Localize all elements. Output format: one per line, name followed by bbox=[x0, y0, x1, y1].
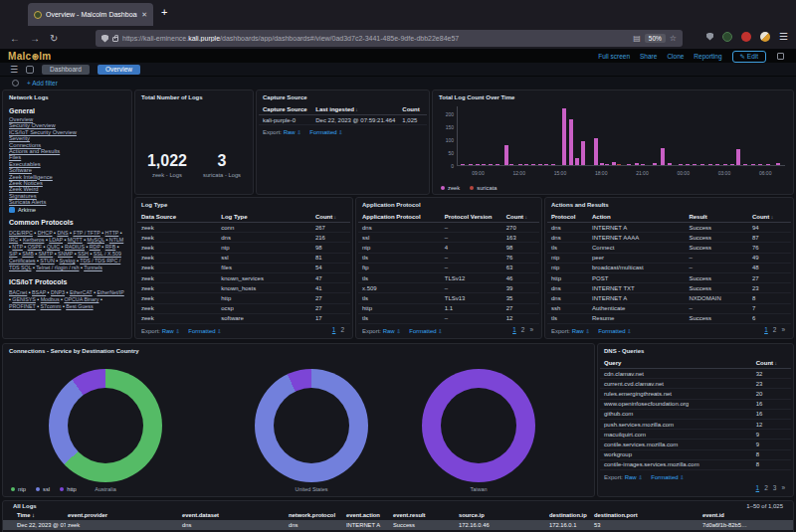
zeek-bar[interactable] bbox=[504, 145, 508, 165]
protocol-link[interactable]: OSPF bbox=[28, 244, 42, 250]
zeek-bar[interactable] bbox=[700, 164, 704, 165]
zeek-bar[interactable] bbox=[679, 164, 683, 165]
bookmark-star-icon[interactable]: ☆ bbox=[670, 34, 677, 43]
column-header[interactable]: Last ingested ↓ bbox=[311, 104, 398, 115]
all-logs-column-header[interactable]: source.ip bbox=[457, 510, 547, 520]
page-button[interactable]: 1 bbox=[764, 326, 768, 333]
suricata-bar[interactable] bbox=[617, 164, 621, 165]
next-page-button[interactable]: » bbox=[781, 326, 785, 333]
zeek-bar[interactable] bbox=[496, 164, 499, 165]
new-tab-button[interactable]: + bbox=[161, 6, 167, 18]
protocol-link[interactable]: RADIUS bbox=[65, 244, 85, 250]
column-header[interactable]: Count ↓ bbox=[502, 212, 539, 223]
column-header[interactable]: Count bbox=[398, 104, 427, 115]
export-formatted-link[interactable]: Formatted ⇩ bbox=[598, 328, 631, 334]
export-formatted-link[interactable]: Formatted ⇩ bbox=[409, 328, 442, 334]
zeek-bar[interactable] bbox=[653, 163, 657, 165]
page-button[interactable]: 2 bbox=[764, 484, 768, 491]
all-logs-column-header[interactable]: event.dataset bbox=[180, 510, 287, 520]
column-header[interactable]: Protocol bbox=[547, 212, 588, 223]
panel-toggle-icon[interactable] bbox=[777, 53, 784, 60]
zeek-bar[interactable] bbox=[524, 164, 528, 165]
protocol-link[interactable]: DCE/RPC bbox=[9, 230, 33, 236]
protocol-link[interactable]: Telnet / rlogin / rsh bbox=[36, 265, 79, 270]
protocol-link[interactable]: LDAP bbox=[49, 237, 63, 243]
protocol-link[interactable]: Tunnels bbox=[84, 265, 102, 270]
protocol-link[interactable]: SNMP bbox=[58, 251, 73, 257]
zeek-bar[interactable] bbox=[575, 158, 579, 165]
time-chart-plot[interactable] bbox=[457, 106, 785, 166]
browser-tab[interactable]: Overview - Malcolm Dashboard ✕ bbox=[28, 3, 153, 26]
protocol-link[interactable]: DNP3 bbox=[51, 289, 65, 295]
page-button[interactable]: 2 bbox=[340, 326, 344, 333]
protocol-link[interactable]: MQTT bbox=[68, 237, 83, 243]
donut-united-states[interactable] bbox=[255, 369, 368, 482]
all-logs-column-header[interactable]: event.provider bbox=[66, 510, 180, 520]
zeek-bar[interactable] bbox=[605, 164, 609, 165]
export-formatted-link[interactable]: Formatted ⇩ bbox=[651, 474, 684, 480]
reload-icon[interactable]: ↻ bbox=[50, 33, 58, 44]
column-header[interactable]: Application Protocol bbox=[358, 212, 441, 223]
zeek-bar[interactable] bbox=[736, 149, 740, 165]
zeek-bar[interactable] bbox=[686, 164, 690, 165]
all-logs-column-header[interactable]: network.protocol bbox=[287, 510, 344, 520]
zeek-bar[interactable] bbox=[708, 164, 712, 165]
column-header[interactable]: Log Type bbox=[217, 212, 311, 223]
zeek-bar[interactable] bbox=[518, 164, 522, 165]
zeek-bar[interactable] bbox=[469, 164, 473, 165]
protocol-link[interactable]: EtherNet/IP bbox=[97, 289, 123, 295]
zeek-bar[interactable] bbox=[693, 164, 696, 165]
protocol-link[interactable]: SMTP bbox=[39, 251, 54, 257]
zeek-bar[interactable] bbox=[581, 141, 585, 165]
protocol-link[interactable]: DNS bbox=[57, 230, 68, 236]
all-logs-column-header[interactable]: destination.ip bbox=[547, 510, 592, 520]
zeek-bar[interactable] bbox=[715, 164, 719, 165]
protocol-link[interactable]: OPCUA Binary bbox=[64, 296, 99, 302]
all-logs-column-header[interactable]: Time ↓ bbox=[15, 510, 66, 520]
forward-icon[interactable]: → bbox=[30, 33, 40, 44]
column-header[interactable]: Data Source bbox=[137, 212, 217, 223]
legend-item-http[interactable]: http bbox=[60, 486, 77, 492]
protocol-link[interactable]: MySQL bbox=[88, 237, 104, 243]
breadcrumb-overview[interactable]: Overview bbox=[98, 65, 140, 75]
zeek-bar[interactable] bbox=[509, 164, 513, 165]
https-lock-icon[interactable] bbox=[112, 37, 118, 42]
protocol-link[interactable]: RFB bbox=[105, 244, 116, 250]
back-icon[interactable]: ← bbox=[10, 33, 20, 44]
zeek-bar[interactable] bbox=[758, 164, 762, 165]
protocol-link[interactable]: QUIC bbox=[47, 244, 60, 250]
filter-options-icon[interactable] bbox=[12, 80, 19, 87]
nav-menu-icon[interactable]: ☰ bbox=[10, 65, 18, 75]
next-page-button[interactable]: » bbox=[781, 484, 785, 491]
column-header[interactable]: Query bbox=[600, 358, 752, 369]
protocol-link[interactable]: BACnet bbox=[9, 289, 27, 295]
extension-green-icon[interactable] bbox=[722, 32, 732, 42]
zeek-bar[interactable] bbox=[569, 119, 573, 165]
zeek-bar[interactable] bbox=[751, 164, 755, 165]
edit-button[interactable]: ✎ Edit bbox=[732, 51, 766, 63]
page-button[interactable]: 2 bbox=[773, 326, 777, 333]
protocol-link[interactable]: NTP bbox=[12, 244, 23, 250]
zeek-bar[interactable] bbox=[627, 164, 631, 165]
zeek-bar[interactable] bbox=[635, 163, 639, 165]
zeek-bar[interactable] bbox=[776, 163, 780, 165]
protocol-link[interactable]: DHCP bbox=[38, 230, 53, 236]
protocol-link[interactable]: PROFINET bbox=[9, 303, 36, 309]
zeek-bar[interactable] bbox=[668, 163, 672, 165]
zoom-level-badge[interactable]: 50% bbox=[645, 34, 666, 43]
donut-australia[interactable] bbox=[49, 369, 162, 482]
clone-link[interactable]: Clone bbox=[667, 53, 684, 60]
protocol-link[interactable]: RDP bbox=[90, 244, 100, 250]
protocol-link[interactable]: FTP / TFTP bbox=[73, 230, 100, 236]
column-header[interactable]: Action bbox=[588, 212, 685, 223]
export-raw-link[interactable]: Raw ⇩ bbox=[572, 328, 590, 334]
column-header[interactable]: Count ↓ bbox=[752, 358, 791, 369]
donut-taiwan[interactable] bbox=[422, 369, 535, 482]
address-bar[interactable]: https://kali-eminence.kali.purple/dashbo… bbox=[96, 30, 683, 47]
all-logs-data-row[interactable]: Dec 22, 2023 @ 07:59:08.117zeekdnsdnsINT… bbox=[3, 520, 793, 530]
zeek-bar[interactable] bbox=[531, 164, 535, 165]
all-logs-column-header[interactable]: destination.port bbox=[592, 510, 700, 520]
export-raw-link[interactable]: Raw ⇩ bbox=[284, 129, 301, 135]
extension-red-icon[interactable] bbox=[741, 32, 751, 42]
tab-close-icon[interactable]: ✕ bbox=[141, 11, 147, 19]
